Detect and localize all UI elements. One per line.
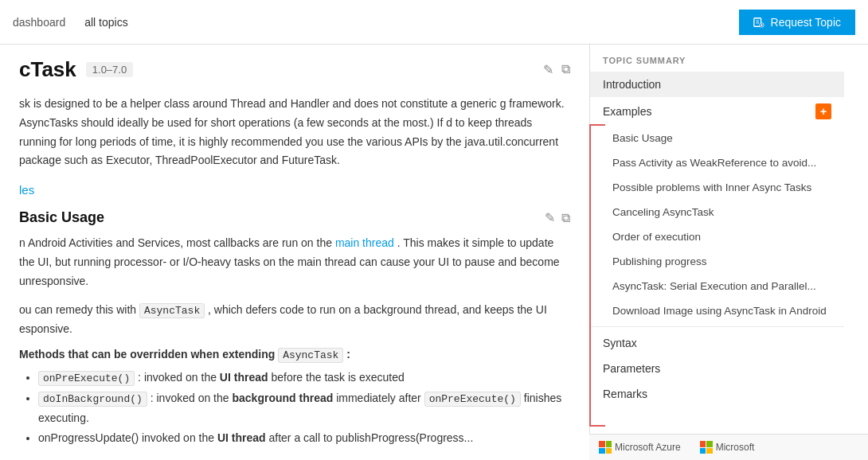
asynctask-code-1: AsyncTask	[139, 303, 205, 318]
external-section-icon[interactable]: ⧉	[561, 211, 570, 225]
sidebar-item-examples-label: Examples	[603, 105, 651, 118]
basic-usage-p1: n Android Activities and Services, most …	[19, 234, 570, 290]
sidebar-item-order-execution-label: Order of execution	[612, 231, 701, 243]
examples-link[interactable]: les	[19, 183, 570, 197]
microsoft-logo: Microsoft	[700, 441, 755, 454]
page-title-row: cTask 1.0–7.0 ✎ ⧉	[19, 57, 570, 82]
ms-squares-2	[700, 441, 713, 454]
sidebar-item-syntax-label: Syntax	[603, 337, 637, 349]
bullet-1: onPreExecute() : invoked on the UI threa…	[38, 368, 570, 388]
sidebar-item-canceling[interactable]: Canceling AsyncTask	[590, 200, 844, 224]
main-content: cTask 1.0–7.0 ✎ ⧉ sk is designed to be a…	[0, 45, 589, 460]
bullet-2: doInBackground() : invoked on the backgr…	[38, 388, 570, 429]
microsoft-azure-logo: Microsoft Azure	[599, 441, 681, 454]
external-link-icon[interactable]: ⧉	[561, 62, 570, 77]
methods-list: onPreExecute() : invoked on the UI threa…	[19, 368, 570, 448]
header-nav: dashboard all topics	[13, 16, 128, 29]
sidebar-item-basic-usage-label: Basic Usage	[612, 132, 673, 144]
sidebar-divider-1	[590, 326, 844, 327]
nav-dashboard[interactable]: dashboard	[13, 16, 65, 29]
azure-squares	[599, 441, 612, 454]
sidebar-item-syntax[interactable]: Syntax	[590, 330, 844, 356]
sidebar-item-serial-parallel-label: AsyncTask: Serial Execution and Parallel…	[612, 280, 816, 292]
topic-summary-label: TOPIC SUMMARY	[590, 45, 844, 72]
sidebar: TOPIC SUMMARY Introduction Examples + Ba…	[589, 45, 844, 460]
sidebar-item-pass-activity-label: Pass Activity as WeakReference to avoid.…	[612, 157, 816, 169]
footer-logos: Microsoft Azure Microsoft	[589, 434, 844, 460]
basic-usage-title: Basic Usage	[19, 209, 545, 226]
sidebar-item-remarks-label: Remarks	[603, 388, 647, 400]
sidebar-item-parameters[interactable]: Parameters	[590, 356, 844, 381]
methods-header: Methods that can be overridden when exte…	[19, 348, 570, 361]
asynctask-code-2: AsyncTask	[278, 348, 343, 363]
title-actions: ✎ ⧉	[543, 62, 570, 77]
intro-text: sk is designed to be a helper class arou…	[19, 95, 570, 170]
sidebar-item-possible-problems[interactable]: Possible problems with Inner Async Tasks	[590, 175, 844, 200]
sidebar-item-order-execution[interactable]: Order of execution	[590, 224, 844, 249]
request-topic-button[interactable]: Request Topic	[739, 10, 855, 35]
layout: cTask 1.0–7.0 ✎ ⧉ sk is designed to be a…	[0, 45, 868, 460]
sidebar-item-publishing-progress-label: Publishing progress	[612, 255, 707, 267]
edit-icon[interactable]: ✎	[543, 62, 553, 77]
nav-all-topics[interactable]: all topics	[84, 16, 127, 29]
page-title: cTask	[19, 57, 76, 82]
sidebar-item-remarks[interactable]: Remarks	[590, 381, 844, 407]
sidebar-item-canceling-label: Canceling AsyncTask	[612, 206, 714, 218]
request-topic-icon	[753, 17, 764, 28]
sidebar-item-basic-usage[interactable]: Basic Usage	[590, 126, 844, 150]
sidebar-item-introduction[interactable]: Introduction	[590, 72, 844, 97]
sidebar-item-pass-activity[interactable]: Pass Activity as WeakReference to avoid.…	[590, 150, 844, 175]
sidebar-item-parameters-label: Parameters	[603, 362, 660, 375]
sidebar-item-serial-parallel[interactable]: AsyncTask: Serial Execution and Parallel…	[590, 274, 844, 298]
sidebar-item-examples[interactable]: Examples +	[590, 97, 844, 126]
sidebar-item-possible-problems-label: Possible problems with Inner Async Tasks	[612, 181, 811, 193]
examples-add-button[interactable]: +	[815, 103, 831, 119]
main-thread-link[interactable]: main thread	[335, 236, 394, 249]
sidebar-item-introduction-label: Introduction	[603, 78, 661, 91]
sidebar-item-publishing-progress[interactable]: Publishing progress	[590, 249, 844, 274]
version-badge: 1.0–7.0	[86, 62, 133, 77]
microsoft-label: Microsoft	[716, 442, 755, 453]
basic-usage-p2: ou can remedy this with AsyncTask , whic…	[19, 301, 570, 339]
sidebar-item-download-image[interactable]: Download Image using AsyncTask in Androi…	[590, 298, 844, 323]
sidebar-item-download-image-label: Download Image using AsyncTask in Androi…	[612, 305, 827, 317]
bullet-3: onProgressUpdate() invoked on the UI thr…	[38, 428, 570, 448]
basic-usage-section-header: Basic Usage ✎ ⧉	[19, 209, 570, 226]
azure-label: Microsoft Azure	[615, 442, 681, 453]
edit-section-icon[interactable]: ✎	[545, 210, 555, 225]
header: dashboard all topics Request Topic	[0, 0, 868, 45]
